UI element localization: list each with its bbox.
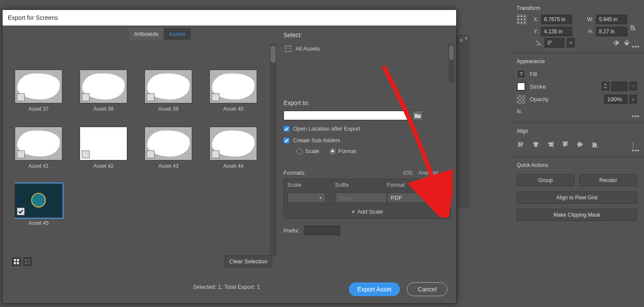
asset-thumb[interactable]: Asset 38 xyxy=(80,70,127,112)
svg-rect-15 xyxy=(578,142,580,147)
x-input[interactable] xyxy=(541,15,572,24)
create-subfolders-checkbox[interactable] xyxy=(283,138,290,144)
add-scale-button[interactable]: +Add Scale xyxy=(283,205,451,219)
w-input[interactable] xyxy=(596,15,627,24)
stroke-weight-stepper[interactable] xyxy=(602,82,609,90)
thumb-label: Asset 43 xyxy=(145,163,192,169)
scrollbar[interactable] xyxy=(448,44,454,83)
reference-point[interactable] xyxy=(517,15,526,24)
export-to-label: Export to: xyxy=(283,99,451,106)
clipping-mask-button[interactable]: Make Clipping Mask xyxy=(517,209,637,221)
svg-rect-10 xyxy=(550,145,552,146)
align-top-icon[interactable] xyxy=(561,140,570,149)
open-location-checkbox[interactable] xyxy=(283,126,290,132)
thumb-checkbox[interactable] xyxy=(17,93,25,101)
thumb-checkbox[interactable] xyxy=(82,93,90,101)
more-options-icon[interactable]: ••• xyxy=(632,43,640,50)
cancel-button[interactable]: Cancel xyxy=(407,282,448,296)
svg-rect-6 xyxy=(534,143,538,144)
svg-rect-20 xyxy=(14,259,16,261)
android-preset-link[interactable]: Android xyxy=(419,169,438,176)
asset-thumb[interactable]: Asset 39 xyxy=(145,70,192,112)
svg-rect-12 xyxy=(564,143,565,146)
asset-thumb[interactable]: Asset 40 xyxy=(209,70,257,112)
opacity-swatch[interactable] xyxy=(517,95,525,104)
scale-dropdown[interactable]: ▾ xyxy=(287,192,325,203)
svg-rect-18 xyxy=(593,143,594,146)
close-icon[interactable]: × xyxy=(465,35,468,42)
h-input[interactable] xyxy=(596,27,627,36)
align-right-icon[interactable] xyxy=(546,140,555,149)
fill-swatch[interactable]: ? xyxy=(517,70,525,78)
stroke-weight-input[interactable] xyxy=(611,82,628,91)
thumb-checkbox[interactable] xyxy=(147,150,155,158)
align-vcenter-icon[interactable] xyxy=(576,140,584,149)
y-input[interactable] xyxy=(541,27,572,36)
thumb-checkbox[interactable] xyxy=(212,93,219,101)
angle-dropdown[interactable] xyxy=(567,38,575,48)
align-header: Align xyxy=(510,126,644,138)
format-radio[interactable]: Format xyxy=(330,148,356,154)
thumb-label: Asset 45 xyxy=(15,220,62,226)
stroke-swatch[interactable] xyxy=(517,82,525,91)
align-left-icon[interactable] xyxy=(517,140,525,149)
align-pixel-grid-button[interactable]: Align to Pixel Grid xyxy=(517,192,637,204)
thumb-label: Asset 44 xyxy=(209,163,257,169)
clear-selection-button[interactable]: Clear Selection xyxy=(225,256,272,267)
align-panel: Align ⋮ ••• xyxy=(510,123,644,157)
export-asset-button[interactable]: Export Asset xyxy=(349,282,400,296)
angle-input[interactable] xyxy=(544,38,564,48)
more-options-icon[interactable]: ••• xyxy=(632,147,640,154)
prefix-input[interactable] xyxy=(304,226,340,235)
thumb-checkbox[interactable] xyxy=(17,150,25,158)
grid-view-icon[interactable] xyxy=(12,257,21,266)
scale-radio[interactable]: Scale xyxy=(296,148,319,154)
export-path-input[interactable] xyxy=(283,111,409,120)
thumb-checkbox[interactable] xyxy=(147,93,155,101)
flip-horizontal-icon[interactable] xyxy=(613,39,620,46)
recolor-button[interactable]: Recolor xyxy=(580,174,637,186)
list-view-icon[interactable] xyxy=(23,257,32,266)
svg-rect-23 xyxy=(17,262,19,264)
group-button[interactable]: Group xyxy=(517,174,574,186)
opacity-input[interactable] xyxy=(604,95,628,104)
asset-thumb[interactable]: Asset 43 xyxy=(145,127,192,169)
thumb-checkbox[interactable] xyxy=(82,150,90,158)
asset-thumb[interactable]: Asset 45 xyxy=(15,184,62,226)
thumb-label: Asset 42 xyxy=(80,163,127,169)
svg-rect-7 xyxy=(535,145,537,146)
quick-actions-panel: Quick Actions Group Recolor Align to Pix… xyxy=(510,157,644,229)
opacity-dropdown[interactable]: › xyxy=(629,95,637,103)
asset-thumb[interactable]: Asset 42 xyxy=(80,127,127,169)
svg-rect-16 xyxy=(580,143,582,146)
asset-thumb[interactable]: Asset 44 xyxy=(209,127,257,169)
stroke-weight-dropdown[interactable] xyxy=(629,82,637,90)
fx-label[interactable]: fx. xyxy=(510,106,644,117)
lock-icon[interactable] xyxy=(629,24,636,31)
export-for-screens-dialog: Export for Screens Artboards Assets Asse… xyxy=(2,10,457,304)
svg-rect-3 xyxy=(519,143,523,144)
align-hcenter-icon[interactable] xyxy=(531,140,540,149)
h-label: H: xyxy=(586,29,593,35)
collapse-icon[interactable]: − xyxy=(285,46,291,52)
more-options-icon[interactable]: ••• xyxy=(632,113,640,120)
flip-vertical-icon[interactable] xyxy=(623,39,630,46)
folder-icon[interactable] xyxy=(412,111,423,120)
select-label: Select: xyxy=(283,32,451,38)
gear-icon[interactable] xyxy=(444,169,451,176)
svg-rect-22 xyxy=(14,262,16,264)
asset-thumb[interactable]: Asset 41 xyxy=(15,127,62,169)
thumb-checkbox[interactable] xyxy=(212,150,219,158)
remove-row-icon[interactable]: × xyxy=(435,195,447,201)
format-dropdown[interactable]: PDF▾ xyxy=(387,192,428,203)
align-bottom-icon[interactable] xyxy=(590,140,599,149)
ios-preset-link[interactable]: iOS xyxy=(403,169,413,176)
tab-assets[interactable]: Assets xyxy=(164,28,191,40)
scrollbar[interactable] xyxy=(270,44,277,256)
suffix-input[interactable] xyxy=(335,192,387,203)
all-assets-label[interactable]: All Assets xyxy=(296,45,320,52)
thumb-checkbox[interactable] xyxy=(17,208,25,215)
asset-thumb[interactable]: Asset 37 xyxy=(15,70,62,112)
right-pane: Select: − All Assets Export to: Open Loc… xyxy=(277,26,456,303)
tab-artboards[interactable]: Artboards xyxy=(129,28,164,40)
